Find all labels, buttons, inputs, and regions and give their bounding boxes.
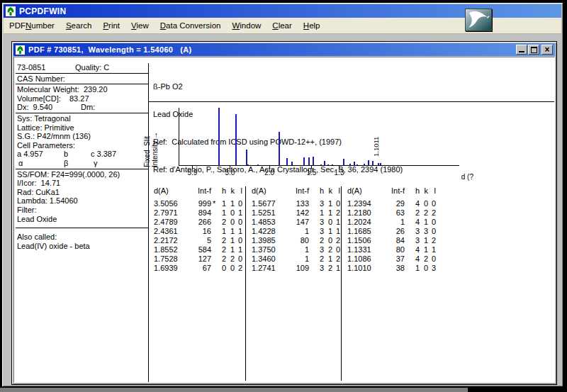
menu-item-search[interactable]: Search	[60, 19, 97, 32]
cell: 0	[226, 208, 235, 218]
cell	[309, 186, 315, 196]
cell: 1.1331	[347, 245, 378, 254]
card-icon	[16, 45, 25, 55]
cell: 999	[184, 199, 211, 208]
cell: 1	[324, 208, 332, 218]
menu-item-print[interactable]: Print	[97, 19, 125, 32]
maximize-button[interactable]	[528, 45, 539, 55]
x-tick: 1.3	[339, 165, 339, 169]
table-row: 1.37501320	[251, 245, 341, 254]
cell: 2	[315, 236, 324, 245]
peak-bar	[327, 164, 329, 165]
cell: 1.1010	[347, 264, 378, 273]
cell	[309, 245, 315, 254]
cell: 2	[218, 245, 226, 254]
app-icon	[6, 6, 16, 16]
menu-item-pdfnumber[interactable]: PDFNumber	[4, 19, 60, 32]
cell: 133	[282, 199, 309, 208]
cell: 266	[184, 218, 211, 227]
cell: 1	[282, 227, 309, 236]
cell: 1	[420, 218, 428, 227]
cell: 1	[324, 227, 332, 236]
cell: k	[226, 186, 235, 196]
cell: 1	[226, 236, 235, 245]
field-text: Volume[CD]: 83.27	[17, 94, 89, 103]
left-panel-row: Rad: CuKa1	[16, 188, 148, 197]
cell: 2	[332, 236, 340, 245]
table-row: 1.218063222	[347, 208, 442, 218]
field-text: SS/FOM: F24=999(.0000, 26)	[17, 170, 120, 179]
cell	[211, 236, 218, 245]
cell: 1.8552	[153, 245, 184, 254]
cell: 1.2180	[347, 208, 378, 218]
cell: 147	[282, 218, 309, 227]
cell: 0	[428, 199, 436, 208]
table-row: 1.4853147301	[251, 218, 341, 227]
field-text: c 3.387	[91, 150, 116, 159]
cell: 1	[282, 245, 309, 254]
cell: 2	[315, 254, 324, 264]
cell	[211, 245, 218, 254]
close-button[interactable]: ×	[541, 45, 553, 55]
close-icon: ×	[544, 45, 549, 54]
table-header-row: d(A)Int-fhkl	[153, 186, 245, 196]
cell: 3	[315, 227, 324, 236]
field-text: Sys: Tetragonal	[17, 114, 71, 123]
cell: 142	[282, 208, 309, 218]
cell	[211, 186, 218, 196]
field-text: Quality: C	[75, 63, 109, 72]
window-controls: ×	[515, 45, 553, 55]
cell: 26	[378, 227, 405, 236]
pdf-card-window: PDF # 730851, Wavelength = 1.54060 (A) ×…	[11, 41, 557, 385]
peak-bar	[368, 160, 369, 165]
minimize-button[interactable]	[516, 45, 527, 55]
peak-table-group: d(A)Int-fhkl3.5056999*1102.79718941012.4…	[153, 186, 246, 381]
cell	[405, 218, 411, 227]
separator	[16, 228, 148, 228]
menu-item-data-conversion[interactable]: Data Conversion	[155, 19, 227, 32]
cell: 1	[235, 245, 242, 254]
cell: 0	[332, 245, 340, 254]
table-row: 2.436116111	[153, 227, 245, 236]
menu-item-window[interactable]: Window	[226, 19, 266, 32]
x-tick-label: 2.0	[264, 169, 274, 177]
cell: 5	[184, 236, 211, 245]
cell: 2.4361	[153, 227, 184, 236]
cell: 3	[315, 245, 324, 254]
cell: l	[332, 186, 340, 196]
left-panel-row: Lambda: 1.54060	[16, 196, 148, 206]
peak-bar	[308, 157, 310, 166]
table-row: 1.693967002	[153, 264, 245, 273]
cell: 37	[378, 254, 405, 264]
cell: 1.3750	[251, 245, 282, 254]
peak-bar	[257, 164, 259, 165]
cell: 3	[428, 264, 436, 273]
cell: 84	[378, 236, 405, 245]
desktop: PCPDFWIN PDFNumberSearchPrintViewData Co…	[0, 0, 567, 392]
peak-bar	[357, 164, 358, 165]
cell: h	[218, 186, 226, 196]
cell: 2	[332, 208, 340, 218]
peak-table-group: d(A)Int-fhkl1.2394294001.2180632221.2024…	[342, 186, 442, 381]
menu-item-view[interactable]: View	[125, 19, 155, 32]
child-titlebar[interactable]: PDF # 730851, Wavelength = 1.54060 (A) ×	[13, 43, 555, 56]
menu-item-help[interactable]: Help	[298, 19, 326, 32]
cell: Int-f	[378, 186, 405, 196]
cell: 1	[226, 227, 235, 236]
cell: 29	[378, 199, 405, 208]
cell: 1	[235, 208, 242, 218]
cell: 1	[332, 264, 340, 273]
menu-item-clear[interactable]: Clear	[266, 19, 298, 32]
field-text: α	[18, 159, 23, 168]
cell	[309, 236, 315, 245]
cell: 1.3985	[251, 236, 282, 245]
cell: 16	[184, 227, 211, 236]
field-text: Dx: 9.540	[17, 103, 52, 112]
table-row: 1.5677133310	[251, 199, 341, 208]
minimize-icon	[519, 51, 524, 52]
field-text: CAS Number:	[17, 74, 65, 84]
left-panel-row: SS/FOM: F24=999(.0000, 26)	[16, 170, 148, 179]
cell	[405, 236, 411, 245]
cell	[405, 227, 411, 236]
cell: *	[211, 199, 218, 208]
